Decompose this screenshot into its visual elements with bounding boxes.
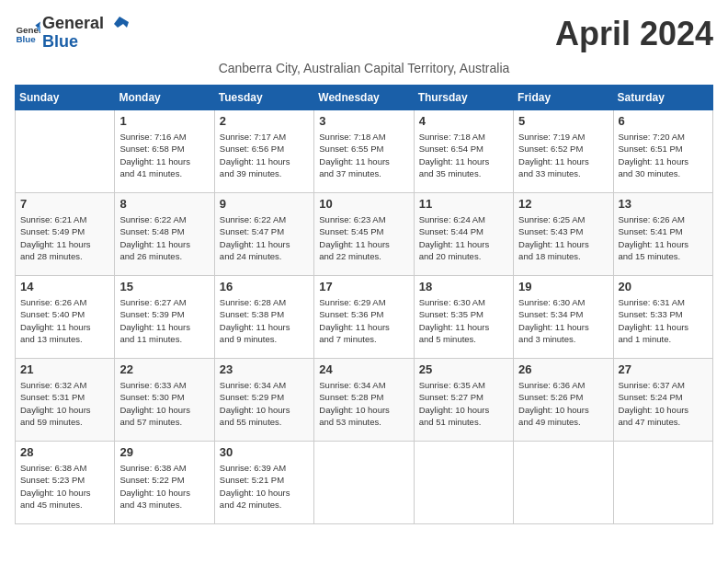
day-cell: 20Sunrise: 6:31 AMSunset: 5:33 PMDayligh…: [613, 276, 712, 359]
header-monday: Monday: [115, 86, 214, 110]
day-info: Sunrise: 6:37 AMSunset: 5:24 PMDaylight:…: [619, 379, 708, 428]
day-info: Sunrise: 6:30 AMSunset: 5:34 PMDaylight:…: [518, 296, 608, 345]
day-number: 3: [319, 114, 408, 128]
day-cell: 11Sunrise: 6:24 AMSunset: 5:44 PMDayligh…: [414, 193, 513, 276]
day-info: Sunrise: 7:18 AMSunset: 6:54 PMDaylight:…: [419, 131, 508, 179]
day-cell: [613, 442, 712, 524]
day-cell: 5Sunrise: 7:19 AMSunset: 6:52 PMDaylight…: [514, 110, 613, 193]
day-info: Sunrise: 7:20 AMSunset: 6:51 PMDaylight:…: [619, 131, 708, 179]
day-info: Sunrise: 6:21 AMSunset: 5:49 PMDaylight:…: [20, 213, 109, 262]
day-cell: 19Sunrise: 6:30 AMSunset: 5:34 PMDayligh…: [514, 276, 613, 359]
day-number: 21: [20, 362, 109, 376]
month-title: April 2024: [555, 15, 713, 53]
day-info: Sunrise: 6:28 AMSunset: 5:38 PMDaylight:…: [220, 296, 309, 345]
day-number: 2: [220, 114, 309, 128]
week-row-1: 1Sunrise: 7:16 AMSunset: 6:58 PMDaylight…: [16, 110, 713, 193]
day-info: Sunrise: 6:29 AMSunset: 5:36 PMDaylight:…: [319, 296, 408, 345]
day-cell: 8Sunrise: 6:22 AMSunset: 5:48 PMDaylight…: [115, 193, 214, 276]
svg-text:Blue: Blue: [16, 34, 36, 44]
day-info: Sunrise: 6:36 AMSunset: 5:26 PMDaylight:…: [518, 379, 608, 428]
day-cell: 18Sunrise: 6:30 AMSunset: 5:35 PMDayligh…: [414, 276, 513, 359]
day-number: 30: [220, 445, 309, 459]
day-number: 10: [319, 197, 408, 211]
day-cell: 2Sunrise: 7:17 AMSunset: 6:56 PMDaylight…: [214, 110, 313, 193]
day-cell: 15Sunrise: 6:27 AMSunset: 5:39 PMDayligh…: [115, 276, 214, 359]
day-info: Sunrise: 7:17 AMSunset: 6:56 PMDaylight:…: [220, 131, 309, 179]
header-thursday: Thursday: [414, 86, 513, 110]
day-info: Sunrise: 6:24 AMSunset: 5:44 PMDaylight:…: [419, 213, 508, 262]
header-wednesday: Wednesday: [314, 86, 414, 110]
day-info: Sunrise: 6:27 AMSunset: 5:39 PMDaylight:…: [119, 296, 209, 345]
header-tuesday: Tuesday: [214, 86, 313, 110]
day-cell: [514, 442, 613, 524]
day-number: 18: [419, 280, 508, 293]
day-number: 1: [119, 114, 209, 128]
day-number: 16: [220, 280, 309, 293]
day-info: Sunrise: 6:23 AMSunset: 5:45 PMDaylight:…: [319, 213, 408, 262]
day-cell: 28Sunrise: 6:38 AMSunset: 5:23 PMDayligh…: [16, 442, 115, 524]
calendar-table: SundayMondayTuesdayWednesdayThursdayFrid…: [15, 85, 713, 524]
day-number: 29: [119, 445, 209, 459]
day-number: 28: [20, 445, 109, 459]
day-cell: 25Sunrise: 6:35 AMSunset: 5:27 PMDayligh…: [414, 359, 513, 442]
week-row-3: 14Sunrise: 6:26 AMSunset: 5:40 PMDayligh…: [16, 276, 713, 359]
day-number: 4: [419, 114, 508, 128]
day-cell: 24Sunrise: 6:34 AMSunset: 5:28 PMDayligh…: [314, 359, 414, 442]
day-number: 14: [20, 280, 109, 293]
day-number: 20: [619, 280, 708, 293]
week-row-5: 28Sunrise: 6:38 AMSunset: 5:23 PMDayligh…: [16, 442, 713, 524]
day-cell: 29Sunrise: 6:38 AMSunset: 5:22 PMDayligh…: [115, 442, 214, 524]
day-info: Sunrise: 6:38 AMSunset: 5:23 PMDaylight:…: [20, 462, 109, 511]
day-info: Sunrise: 7:16 AMSunset: 6:58 PMDaylight:…: [119, 131, 209, 179]
day-cell: 30Sunrise: 6:39 AMSunset: 5:21 PMDayligh…: [214, 442, 313, 524]
day-number: 7: [20, 197, 109, 211]
day-cell: 7Sunrise: 6:21 AMSunset: 5:49 PMDaylight…: [16, 193, 115, 276]
day-info: Sunrise: 6:22 AMSunset: 5:47 PMDaylight:…: [220, 213, 309, 262]
day-number: 25: [419, 362, 508, 376]
day-info: Sunrise: 6:33 AMSunset: 5:30 PMDaylight:…: [119, 379, 209, 428]
day-info: Sunrise: 6:30 AMSunset: 5:35 PMDaylight:…: [419, 296, 508, 345]
day-number: 19: [518, 280, 608, 293]
header-saturday: Saturday: [613, 86, 712, 110]
week-row-2: 7Sunrise: 6:21 AMSunset: 5:49 PMDaylight…: [16, 193, 713, 276]
day-number: 15: [119, 280, 209, 293]
day-cell: 13Sunrise: 6:26 AMSunset: 5:41 PMDayligh…: [613, 193, 712, 276]
week-row-4: 21Sunrise: 6:32 AMSunset: 5:31 PMDayligh…: [16, 359, 713, 442]
day-cell: 10Sunrise: 6:23 AMSunset: 5:45 PMDayligh…: [314, 193, 414, 276]
day-number: 22: [119, 362, 209, 376]
logo-text-general: General: [42, 15, 129, 33]
logo-icon: General Blue: [15, 20, 40, 46]
day-cell: 17Sunrise: 6:29 AMSunset: 5:36 PMDayligh…: [314, 276, 414, 359]
day-info: Sunrise: 6:32 AMSunset: 5:31 PMDaylight:…: [20, 379, 109, 428]
day-cell: 9Sunrise: 6:22 AMSunset: 5:47 PMDaylight…: [214, 193, 313, 276]
day-cell: 26Sunrise: 6:36 AMSunset: 5:26 PMDayligh…: [514, 359, 613, 442]
day-number: 8: [119, 197, 209, 211]
day-number: 11: [419, 197, 508, 211]
subtitle: Canberra City, Australian Capital Territ…: [15, 61, 713, 75]
day-number: 9: [220, 197, 309, 211]
logo-text-blue: Blue: [42, 33, 129, 52]
day-cell: 23Sunrise: 6:34 AMSunset: 5:29 PMDayligh…: [214, 359, 313, 442]
day-info: Sunrise: 6:38 AMSunset: 5:22 PMDaylight:…: [119, 462, 209, 511]
day-cell: 16Sunrise: 6:28 AMSunset: 5:38 PMDayligh…: [214, 276, 313, 359]
day-cell: 27Sunrise: 6:37 AMSunset: 5:24 PMDayligh…: [613, 359, 712, 442]
day-cell: 4Sunrise: 7:18 AMSunset: 6:54 PMDaylight…: [414, 110, 513, 193]
header-friday: Friday: [514, 86, 613, 110]
day-cell: 12Sunrise: 6:25 AMSunset: 5:43 PMDayligh…: [514, 193, 613, 276]
day-cell: 21Sunrise: 6:32 AMSunset: 5:31 PMDayligh…: [16, 359, 115, 442]
svg-marker-4: [114, 17, 129, 28]
day-number: 6: [619, 114, 708, 128]
day-cell: [414, 442, 513, 524]
day-number: 26: [518, 362, 608, 376]
header-sunday: Sunday: [16, 86, 115, 110]
day-info: Sunrise: 6:31 AMSunset: 5:33 PMDaylight:…: [619, 296, 708, 345]
day-info: Sunrise: 7:18 AMSunset: 6:55 PMDaylight:…: [319, 131, 408, 179]
day-info: Sunrise: 6:34 AMSunset: 5:28 PMDaylight:…: [319, 379, 408, 428]
header: General Blue General Blue April 2024: [15, 15, 713, 53]
day-info: Sunrise: 6:35 AMSunset: 5:27 PMDaylight:…: [419, 379, 508, 428]
day-cell: 1Sunrise: 7:16 AMSunset: 6:58 PMDaylight…: [115, 110, 214, 193]
day-number: 13: [619, 197, 708, 211]
day-cell: 22Sunrise: 6:33 AMSunset: 5:30 PMDayligh…: [115, 359, 214, 442]
day-number: 27: [619, 362, 708, 376]
day-info: Sunrise: 7:19 AMSunset: 6:52 PMDaylight:…: [518, 131, 608, 179]
